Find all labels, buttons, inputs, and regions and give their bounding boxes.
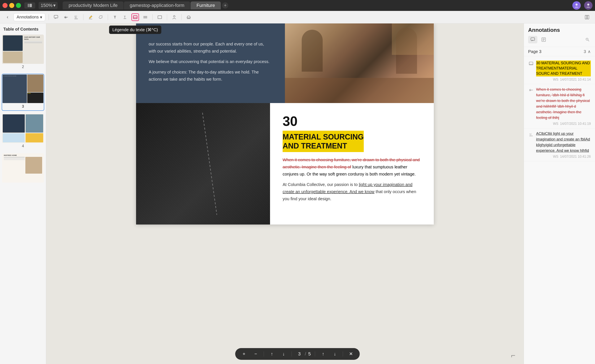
maximize-window-button[interactable] xyxy=(16,3,21,8)
sidebar-title: Table of Contents xyxy=(2,27,44,34)
tab-bar: productivity Modern Life gamestop-applic… xyxy=(63,1,571,9)
eraser-tool-button[interactable] xyxy=(97,14,104,21)
annotations-dropdown[interactable]: Annotations ▾ xyxy=(14,13,45,21)
svg-rect-23 xyxy=(587,15,589,19)
panel-tab-comment[interactable] xyxy=(528,36,537,43)
toolbar-right xyxy=(583,14,591,21)
page-2-thumbnail[interactable]: OUR HISTORY OUR PATH 2 xyxy=(2,34,44,71)
panel-page-right: 3 ∧ xyxy=(584,49,591,54)
svg-rect-24 xyxy=(531,38,535,41)
document-content: our success starts from our people. Each… xyxy=(46,23,524,364)
top-text-3: A journey of choices: The day-to-day att… xyxy=(149,69,272,83)
tab-furniture[interactable]: Furniture xyxy=(191,1,221,9)
caption-tool-button[interactable] xyxy=(131,14,139,21)
zoom-out-button[interactable]: − xyxy=(252,350,260,358)
svg-rect-1 xyxy=(29,4,32,7)
body-text-2: At Columbia Collective, our passion is t… xyxy=(283,181,421,202)
spread-top: our success starts from our people. Each… xyxy=(136,23,434,103)
panel-search-button[interactable] xyxy=(584,36,591,43)
person-tool-button[interactable] xyxy=(170,14,178,21)
separator-6 xyxy=(181,14,182,20)
annotations-chevron-icon: ▾ xyxy=(40,15,42,20)
svg-text:T: T xyxy=(124,15,126,19)
add-tab-button[interactable]: + xyxy=(222,2,228,9)
strikethrough-annotation-icon: S xyxy=(528,87,534,93)
minimize-window-button[interactable] xyxy=(9,3,14,8)
zoom-chevron-icon: ▾ xyxy=(53,3,56,8)
strikethrough-tool-button[interactable]: S xyxy=(62,14,70,21)
bar-separator-2 xyxy=(292,351,292,357)
svg-line-30 xyxy=(588,40,589,41)
prev-page-button[interactable]: ↑ xyxy=(319,350,327,358)
tab-gamestop[interactable]: gamestop-application-form xyxy=(124,1,190,9)
spread-bottom-right: 30 MATERIAL SOURCING AND TREATMENT When … xyxy=(270,103,434,225)
stamp-tool-button[interactable] xyxy=(185,14,192,21)
page-3-thumbnail[interactable]: our success starts from our people... MA… xyxy=(2,74,44,111)
annotations-panel: Annotations Page 3 3 ∧ xyxy=(524,23,595,364)
page-4-number: 4 xyxy=(2,144,44,148)
ann-body-3: AClbiClliii light up your imagination an… xyxy=(536,131,591,153)
page-spread: our success starts from our people. Each… xyxy=(136,23,434,225)
page-3-number: 3 xyxy=(2,104,44,109)
traffic-lights xyxy=(2,3,21,8)
scroll-down-button[interactable]: ↓ xyxy=(280,350,287,358)
line-tool-button[interactable] xyxy=(142,14,149,21)
annotation-item-2: S When it comes to choosing furniture, '… xyxy=(524,84,595,128)
bar-separator-3 xyxy=(315,351,315,357)
top-text-1: our success starts from our people. Each… xyxy=(149,41,272,55)
highlight-annotation-icon xyxy=(528,61,534,67)
current-page-input[interactable] xyxy=(296,351,303,357)
panel-collapse-icon[interactable]: ∧ xyxy=(588,49,591,54)
rectangle-tool-button[interactable] xyxy=(156,14,163,21)
ann-header-1: 30 MATERIAL SOURCING AND TREATMENTMATERI… xyxy=(528,61,591,76)
panel-header: Annotations xyxy=(524,23,595,47)
svg-rect-19 xyxy=(158,16,162,19)
close-window-button[interactable] xyxy=(2,3,7,8)
scroll-up-button[interactable]: ↑ xyxy=(268,350,276,358)
annotations-label: Annotations xyxy=(17,15,39,20)
spread-top-right xyxy=(285,23,434,103)
tooltip: Légende du texte (⌘^C) xyxy=(109,26,161,34)
tab-productivity[interactable]: productivity Modern Life xyxy=(63,1,123,9)
page-5-thumbnail[interactable]: INSPIRED HOME xyxy=(2,153,44,185)
text-tool-button[interactable]: T xyxy=(111,14,119,21)
back-button[interactable]: ‹ xyxy=(4,14,11,21)
zoom-in-button[interactable]: + xyxy=(240,350,248,358)
titlebar: 150% ▾ productivity Modern Life gamestop… xyxy=(0,0,595,11)
ann-meta-3: WS 14/07/2021 10:41:26 xyxy=(528,155,591,158)
panel-tab-list[interactable] xyxy=(539,36,548,43)
page-indicator: / 5 xyxy=(296,351,311,357)
svg-text:U: U xyxy=(530,133,532,136)
main-area: Table of Contents OUR HISTORY OUR PATH xyxy=(0,23,595,364)
sidebar-toggle-button[interactable] xyxy=(24,2,35,9)
split-view-button[interactable] xyxy=(583,14,591,21)
avatar-secondary[interactable] xyxy=(584,1,593,10)
panel-page-count: 3 xyxy=(584,49,586,54)
avatar-primary[interactable] xyxy=(572,1,581,10)
underline-tool-button[interactable]: U xyxy=(72,14,80,21)
next-page-button[interactable]: ↓ xyxy=(331,350,339,358)
underlined-text: light up your imagination and create an … xyxy=(283,182,412,194)
ann-header-2: S When it comes to choosing furniture, '… xyxy=(528,87,591,121)
svg-point-3 xyxy=(587,4,589,6)
panel-tabs xyxy=(528,36,591,43)
sidebar: Table of Contents OUR HISTORY OUR PATH xyxy=(0,23,46,364)
separator-4 xyxy=(152,14,153,20)
zoom-control[interactable]: 150% ▾ xyxy=(39,2,58,9)
close-bar-button[interactable]: ✕ xyxy=(347,350,355,358)
spread-bottom: 30 MATERIAL SOURCING AND TREATMENT When … xyxy=(136,103,434,225)
strikethrough-paragraph: When it comes to choosing furniture, we'… xyxy=(283,156,421,178)
toolbar: ‹ Annotations ▾ S U T T Légende du texte xyxy=(0,11,595,23)
leather-texture xyxy=(136,103,270,225)
ann-user-3: WS xyxy=(553,155,558,158)
svg-rect-4 xyxy=(54,15,58,18)
highlight-tool-button[interactable] xyxy=(87,14,94,21)
text-label-tool-button[interactable]: T xyxy=(121,14,129,21)
separator-1 xyxy=(49,14,49,20)
page-slash: / xyxy=(305,351,306,357)
caption-tool-wrapper: Légende du texte (⌘^C) xyxy=(131,14,139,21)
comment-tool-button[interactable] xyxy=(52,14,60,21)
ann-text-1: 30 MATERIAL SOURCING AND TREATMENTMATERI… xyxy=(536,61,591,76)
svg-point-20 xyxy=(173,15,175,17)
page-4-thumbnail[interactable]: 4 xyxy=(2,113,44,150)
